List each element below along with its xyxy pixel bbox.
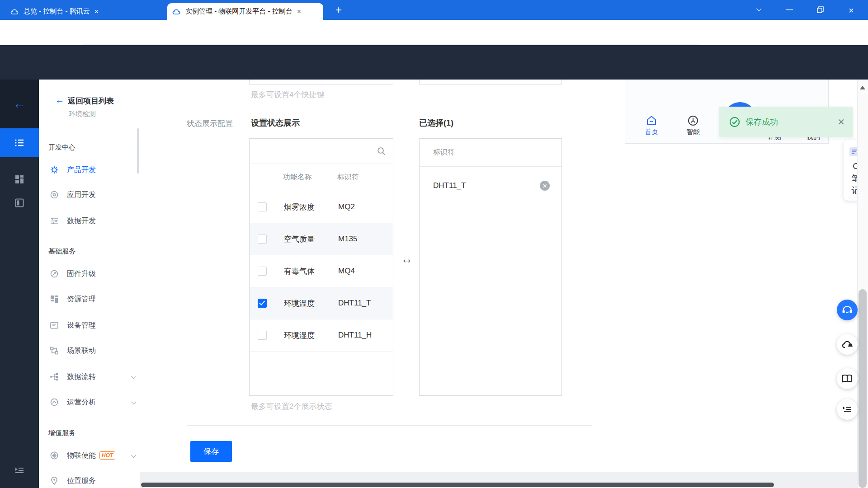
table-row[interactable]: 环境温度 DHT11_T bbox=[250, 287, 393, 319]
toast-message: 保存成功 bbox=[745, 117, 778, 127]
sidebar-item-data-dev[interactable]: 数据开发 bbox=[39, 212, 140, 230]
browser-titlebar: 总览 - 控制台 - 腾讯云 × 实例管理 - 物联网开发平台 - 控制台 × … bbox=[0, 0, 868, 20]
chevron-down-icon[interactable] bbox=[131, 374, 136, 379]
remove-selected-icon[interactable]: ✕ bbox=[540, 181, 550, 191]
browser-tab-iot[interactable]: 实例管理 - 物联网开发平台 - 控制台 × bbox=[167, 3, 323, 20]
row-name: 空气质量 bbox=[284, 234, 338, 244]
rail-back-button[interactable]: ← bbox=[0, 80, 39, 128]
sidebar-item-firmware[interactable]: 固件升级 bbox=[39, 265, 140, 283]
docs-fab[interactable] bbox=[837, 368, 858, 389]
app-target-icon bbox=[50, 190, 59, 199]
iot-enable-icon bbox=[50, 451, 59, 460]
preview-tab-smart[interactable]: 智能 bbox=[679, 115, 707, 136]
right-panel-title: 已选择(1) bbox=[419, 117, 453, 128]
sidebar-item-devices[interactable]: 设备管理 bbox=[39, 316, 140, 334]
sidebar-item-location-service[interactable]: 位置服务 bbox=[39, 472, 140, 488]
new-tab-button[interactable]: + bbox=[335, 4, 342, 16]
vertical-scrollbar-thumb[interactable] bbox=[859, 289, 867, 488]
icon-rail: ← bbox=[0, 80, 39, 488]
list-icon bbox=[14, 137, 25, 148]
table-row[interactable]: 有毒气体 MQ4 bbox=[250, 255, 393, 287]
rail-collapse-button[interactable] bbox=[0, 459, 39, 482]
customer-service-fab[interactable] bbox=[837, 300, 858, 320]
scrollbar-up-arrow[interactable] bbox=[860, 86, 865, 89]
firmware-upgrade-icon bbox=[50, 269, 59, 278]
minimize-button[interactable]: — bbox=[786, 5, 793, 14]
location-pin-icon bbox=[50, 476, 59, 485]
chevron-down-icon[interactable] bbox=[131, 399, 136, 404]
row-checkbox[interactable] bbox=[258, 202, 267, 211]
display-state-hint: 最多可设置2个展示状态 bbox=[251, 401, 332, 412]
scene-linkage-icon bbox=[50, 346, 59, 355]
window-close-button[interactable]: × bbox=[849, 5, 854, 16]
row-checkbox[interactable] bbox=[258, 235, 267, 244]
search-icon[interactable] bbox=[377, 147, 386, 155]
panel-search-input[interactable] bbox=[250, 139, 393, 164]
sidebar-item-app-dev[interactable]: 应用开发 bbox=[39, 186, 140, 204]
tab-search-icon[interactable] bbox=[756, 6, 761, 11]
tab-close-icon[interactable]: × bbox=[297, 8, 301, 15]
collapse-sidebar-icon bbox=[14, 465, 25, 476]
rail-grid-item[interactable] bbox=[0, 168, 39, 191]
browser-tab-overview[interactable]: 总览 - 控制台 - 腾讯云 × bbox=[5, 3, 165, 20]
back-to-projects-link[interactable]: 返回项目列表 bbox=[68, 96, 114, 106]
row-identifier: DHT11_T bbox=[338, 299, 371, 308]
sidebar-item-label: 运营分析 bbox=[67, 398, 96, 407]
table-row[interactable]: 空气质量 M135 bbox=[250, 223, 393, 255]
sidebar-item-product-dev[interactable]: 产品开发 bbox=[39, 161, 140, 179]
open-book-icon bbox=[841, 373, 853, 385]
sidebar-item-label: 资源管理 bbox=[67, 295, 96, 304]
save-success-toast: 保存成功 ✕ bbox=[719, 107, 853, 137]
cloud-bell-icon bbox=[841, 338, 853, 350]
preview-tab-label: 智能 bbox=[679, 128, 707, 136]
sidebar-item-label: 数据流转 bbox=[67, 372, 96, 382]
sidebar-item-label: 位置服务 bbox=[67, 476, 96, 486]
selected-panel: 标识符 DHT11_T ✕ bbox=[419, 138, 562, 396]
back-arrow-icon[interactable]: ← bbox=[55, 95, 64, 105]
section-basic-services: 基础服务 bbox=[48, 247, 75, 256]
menu-list-icon bbox=[842, 404, 853, 415]
sidebar-scrollbar-thumb[interactable] bbox=[137, 128, 139, 174]
save-button[interactable]: 保存 bbox=[190, 441, 232, 462]
restore-button[interactable] bbox=[816, 6, 825, 14]
selected-header: 标识符 bbox=[433, 148, 455, 157]
sidebar-item-scene-linkage[interactable]: 场景联动 bbox=[39, 342, 140, 360]
headset-icon bbox=[841, 304, 853, 316]
row-checkbox[interactable] bbox=[258, 299, 267, 308]
rail-panel-item[interactable] bbox=[0, 192, 39, 214]
sidebar-item-operation-analysis[interactable]: 运营分析 bbox=[39, 393, 140, 411]
tab-close-icon[interactable]: × bbox=[94, 8, 99, 15]
horizontal-scrollbar-thumb[interactable] bbox=[141, 483, 774, 487]
sidebar-item-label: 场景联动 bbox=[67, 346, 96, 356]
section-value-added: 增值服务 bbox=[48, 429, 75, 437]
console-topnav: 腾讯云 总览 云产品 搜索产品、文档... 小程序 集团账号 备案 工具 支持 … bbox=[0, 45, 868, 80]
left-panel-title: 设置状态展示 bbox=[251, 117, 300, 128]
toast-close-icon[interactable]: ✕ bbox=[837, 117, 845, 127]
sidebar-item-label: 数据开发 bbox=[67, 216, 96, 226]
cloud-alert-fab[interactable] bbox=[837, 334, 858, 355]
resource-blocks-icon bbox=[50, 295, 59, 304]
sidebar-item-data-flow[interactable]: 数据流转 bbox=[39, 368, 140, 386]
table-row[interactable]: 烟雾浓度 MQ2 bbox=[250, 191, 393, 223]
feedback-list-fab[interactable] bbox=[837, 399, 858, 420]
row-checkbox[interactable] bbox=[258, 331, 267, 340]
rail-list-item-active[interactable] bbox=[0, 128, 39, 157]
project-sidebar: ← 返回项目列表 环境检测 开发中心 产品开发 应用开发 数据开发 基础服务 固… bbox=[39, 80, 140, 488]
preview-tab-home[interactable]: 首页 bbox=[638, 115, 665, 136]
back-arrow-icon: ← bbox=[13, 97, 26, 111]
shortcut-input-truncated[interactable] bbox=[249, 80, 393, 84]
sidebar-item-label: 应用开发 bbox=[67, 190, 96, 200]
table-row[interactable]: 环境湿度 DHT11_H bbox=[250, 319, 393, 352]
chevron-down-icon[interactable] bbox=[131, 453, 136, 458]
home-icon bbox=[646, 115, 657, 127]
transfer-arrow-icon: ↔ bbox=[401, 252, 413, 266]
row-checkbox[interactable] bbox=[258, 267, 267, 276]
smart-icon bbox=[687, 115, 699, 127]
header-function-name: 功能名称 bbox=[283, 173, 337, 182]
row-name: 烟雾浓度 bbox=[284, 202, 338, 212]
hot-badge: HOT bbox=[99, 451, 115, 460]
sidebar-item-iot-enable[interactable]: 物联使能 HOT bbox=[39, 446, 140, 465]
sliders-icon bbox=[50, 216, 59, 225]
shortcut-selected-truncated[interactable] bbox=[419, 80, 562, 84]
sidebar-item-resources[interactable]: 资源管理 bbox=[39, 290, 140, 308]
